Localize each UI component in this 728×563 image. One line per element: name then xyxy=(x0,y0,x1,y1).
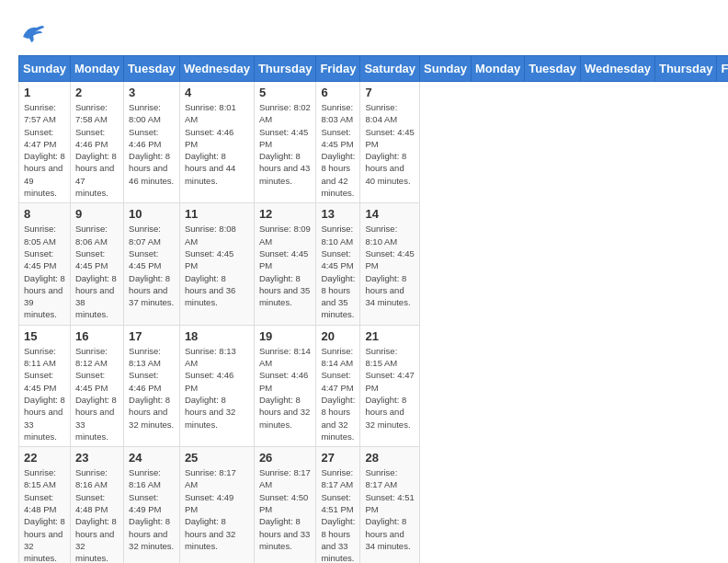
calendar-cell: 7 Sunrise: 8:04 AM Sunset: 4:45 PM Dayli… xyxy=(360,82,420,203)
day-number: 4 xyxy=(185,86,249,99)
page-header xyxy=(18,18,710,46)
calendar-cell: 27 Sunrise: 8:17 AM Sunset: 4:51 PM Dayl… xyxy=(316,447,360,563)
day-number: 16 xyxy=(75,329,119,343)
day-info: Sunrise: 8:10 AM Sunset: 4:45 PM Dayligh… xyxy=(365,223,415,308)
day-info: Sunrise: 8:07 AM Sunset: 4:45 PM Dayligh… xyxy=(129,223,175,308)
column-header-thursday: Thursday xyxy=(254,56,316,82)
calendar-cell: 10 Sunrise: 8:07 AM Sunset: 4:45 PM Dayl… xyxy=(124,203,180,325)
day-info: Sunrise: 8:02 AM Sunset: 4:45 PM Dayligh… xyxy=(259,101,312,187)
day-number: 2 xyxy=(75,86,119,99)
day-info: Sunrise: 8:12 AM Sunset: 4:45 PM Dayligh… xyxy=(75,345,119,442)
day-info: Sunrise: 8:16 AM Sunset: 4:49 PM Dayligh… xyxy=(129,466,175,552)
calendar-cell: 26 Sunrise: 8:17 AM Sunset: 4:50 PM Dayl… xyxy=(254,447,316,563)
day-info: Sunrise: 8:17 AM Sunset: 4:51 PM Dayligh… xyxy=(365,466,415,552)
calendar-cell: 24 Sunrise: 8:16 AM Sunset: 4:49 PM Dayl… xyxy=(124,447,180,563)
calendar-cell: 21 Sunrise: 8:15 AM Sunset: 4:47 PM Dayl… xyxy=(360,325,420,446)
day-info: Sunrise: 8:05 AM Sunset: 4:45 PM Dayligh… xyxy=(24,223,65,320)
day-info: Sunrise: 8:17 AM Sunset: 4:50 PM Dayligh… xyxy=(259,466,312,552)
calendar-cell: 1 Sunrise: 7:57 AM Sunset: 4:47 PM Dayli… xyxy=(19,82,71,203)
day-info: Sunrise: 8:08 AM Sunset: 4:45 PM Dayligh… xyxy=(185,223,249,308)
day-number: 27 xyxy=(321,451,355,465)
calendar-cell: 20 Sunrise: 8:14 AM Sunset: 4:47 PM Dayl… xyxy=(316,325,360,446)
calendar-cell: 3 Sunrise: 8:00 AM Sunset: 4:46 PM Dayli… xyxy=(124,82,180,203)
day-info: Sunrise: 8:15 AM Sunset: 4:47 PM Dayligh… xyxy=(365,345,415,431)
calendar-cell: 11 Sunrise: 8:08 AM Sunset: 4:45 PM Dayl… xyxy=(179,203,254,325)
column-header-sunday: Sunday xyxy=(420,56,472,82)
calendar-cell: 17 Sunrise: 8:13 AM Sunset: 4:46 PM Dayl… xyxy=(124,325,180,446)
calendar-cell: 6 Sunrise: 8:03 AM Sunset: 4:45 PM Dayli… xyxy=(316,82,360,203)
column-header-monday: Monday xyxy=(70,56,123,82)
day-number: 25 xyxy=(185,451,249,465)
day-number: 24 xyxy=(129,451,175,465)
calendar-cell: 19 Sunrise: 8:14 AM Sunset: 4:46 PM Dayl… xyxy=(254,325,316,446)
calendar-cell: 23 Sunrise: 8:16 AM Sunset: 4:48 PM Dayl… xyxy=(70,447,123,563)
day-number: 11 xyxy=(185,207,249,221)
day-info: Sunrise: 8:00 AM Sunset: 4:46 PM Dayligh… xyxy=(129,101,175,187)
column-header-saturday: Saturday xyxy=(360,56,420,82)
day-info: Sunrise: 7:58 AM Sunset: 4:46 PM Dayligh… xyxy=(75,101,119,199)
logo-icon xyxy=(18,18,46,46)
column-header-tuesday: Tuesday xyxy=(124,56,180,82)
day-number: 20 xyxy=(321,329,355,343)
calendar-table: SundayMondayTuesdayWednesdayThursdayFrid… xyxy=(18,55,728,563)
logo xyxy=(18,18,50,46)
day-number: 13 xyxy=(321,207,355,221)
column-header-friday: Friday xyxy=(717,56,728,82)
day-info: Sunrise: 8:01 AM Sunset: 4:46 PM Dayligh… xyxy=(185,101,249,187)
day-info: Sunrise: 8:16 AM Sunset: 4:48 PM Dayligh… xyxy=(75,466,119,563)
day-info: Sunrise: 8:13 AM Sunset: 4:46 PM Dayligh… xyxy=(185,345,249,431)
day-info: Sunrise: 8:09 AM Sunset: 4:45 PM Dayligh… xyxy=(259,223,312,308)
day-number: 9 xyxy=(75,207,119,221)
day-number: 18 xyxy=(185,329,249,343)
calendar-cell: 12 Sunrise: 8:09 AM Sunset: 4:45 PM Dayl… xyxy=(254,203,316,325)
day-number: 21 xyxy=(365,329,415,343)
day-number: 17 xyxy=(129,329,175,343)
calendar-cell: 16 Sunrise: 8:12 AM Sunset: 4:45 PM Dayl… xyxy=(70,325,123,446)
calendar-cell: 5 Sunrise: 8:02 AM Sunset: 4:45 PM Dayli… xyxy=(254,82,316,203)
calendar-cell: 28 Sunrise: 8:17 AM Sunset: 4:51 PM Dayl… xyxy=(360,447,420,563)
calendar-cell: 9 Sunrise: 8:06 AM Sunset: 4:45 PM Dayli… xyxy=(70,203,123,325)
calendar-header-row: SundayMondayTuesdayWednesdayThursdayFrid… xyxy=(19,56,729,82)
day-info: Sunrise: 8:17 AM Sunset: 4:49 PM Dayligh… xyxy=(185,466,249,552)
day-number: 22 xyxy=(24,451,65,465)
column-header-monday: Monday xyxy=(472,56,525,82)
calendar-cell: 14 Sunrise: 8:10 AM Sunset: 4:45 PM Dayl… xyxy=(360,203,420,325)
day-number: 3 xyxy=(129,86,175,99)
day-number: 26 xyxy=(259,451,312,465)
calendar-week-row: 22 Sunrise: 8:15 AM Sunset: 4:48 PM Dayl… xyxy=(19,447,729,563)
day-number: 7 xyxy=(365,86,415,99)
column-header-wednesday: Wednesday xyxy=(580,56,654,82)
calendar-week-row: 1 Sunrise: 7:57 AM Sunset: 4:47 PM Dayli… xyxy=(19,82,729,203)
day-info: Sunrise: 8:06 AM Sunset: 4:45 PM Dayligh… xyxy=(75,223,119,320)
column-header-tuesday: Tuesday xyxy=(525,56,581,82)
day-number: 19 xyxy=(259,329,312,343)
day-number: 14 xyxy=(365,207,415,221)
day-info: Sunrise: 8:14 AM Sunset: 4:46 PM Dayligh… xyxy=(259,345,312,431)
calendar-week-row: 15 Sunrise: 8:11 AM Sunset: 4:45 PM Dayl… xyxy=(19,325,729,446)
day-info: Sunrise: 8:13 AM Sunset: 4:46 PM Dayligh… xyxy=(129,345,175,431)
day-number: 10 xyxy=(129,207,175,221)
day-number: 5 xyxy=(259,86,312,99)
column-header-wednesday: Wednesday xyxy=(179,56,254,82)
day-number: 8 xyxy=(24,207,65,221)
day-info: Sunrise: 8:17 AM Sunset: 4:51 PM Dayligh… xyxy=(321,466,355,563)
column-header-thursday: Thursday xyxy=(654,56,717,82)
calendar-cell: 15 Sunrise: 8:11 AM Sunset: 4:45 PM Dayl… xyxy=(19,325,71,446)
calendar-cell: 13 Sunrise: 8:10 AM Sunset: 4:45 PM Dayl… xyxy=(316,203,360,325)
day-number: 1 xyxy=(24,86,65,99)
calendar-cell: 8 Sunrise: 8:05 AM Sunset: 4:45 PM Dayli… xyxy=(19,203,71,325)
calendar-week-row: 8 Sunrise: 8:05 AM Sunset: 4:45 PM Dayli… xyxy=(19,203,729,325)
day-info: Sunrise: 8:15 AM Sunset: 4:48 PM Dayligh… xyxy=(24,466,65,563)
day-info: Sunrise: 8:11 AM Sunset: 4:45 PM Dayligh… xyxy=(24,345,65,442)
calendar-cell: 4 Sunrise: 8:01 AM Sunset: 4:46 PM Dayli… xyxy=(179,82,254,203)
calendar-cell: 22 Sunrise: 8:15 AM Sunset: 4:48 PM Dayl… xyxy=(19,447,71,563)
calendar-cell: 25 Sunrise: 8:17 AM Sunset: 4:49 PM Dayl… xyxy=(179,447,254,563)
day-number: 6 xyxy=(321,86,355,99)
day-info: Sunrise: 8:03 AM Sunset: 4:45 PM Dayligh… xyxy=(321,101,355,199)
calendar-cell: 2 Sunrise: 7:58 AM Sunset: 4:46 PM Dayli… xyxy=(70,82,123,203)
day-number: 15 xyxy=(24,329,65,343)
column-header-sunday: Sunday xyxy=(19,56,71,82)
day-info: Sunrise: 8:14 AM Sunset: 4:47 PM Dayligh… xyxy=(321,345,355,442)
day-info: Sunrise: 8:10 AM Sunset: 4:45 PM Dayligh… xyxy=(321,223,355,320)
day-info: Sunrise: 8:04 AM Sunset: 4:45 PM Dayligh… xyxy=(365,101,415,187)
